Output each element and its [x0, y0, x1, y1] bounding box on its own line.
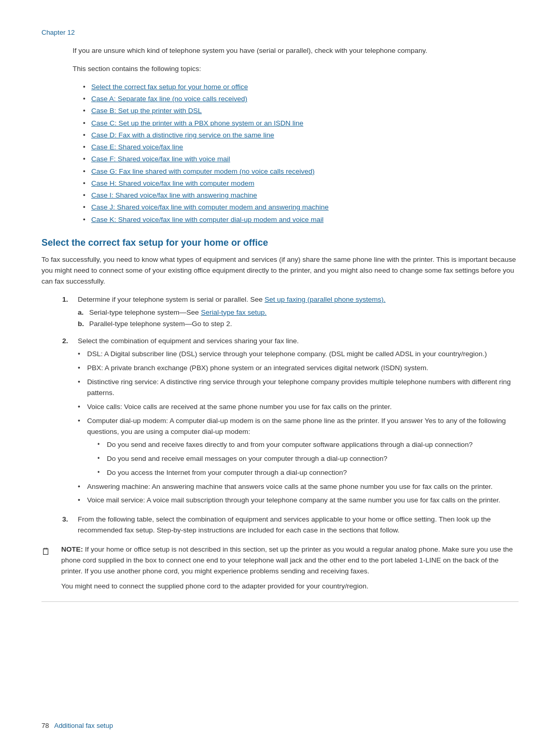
step-1-text: Determine if your telephone system is se…	[78, 296, 262, 303]
list-item: Case G: Fax line shared with computer mo…	[83, 166, 519, 177]
step-1: 1. Determine if your telephone system is…	[62, 294, 519, 331]
list-item: Case F: Shared voice/fax line with voice…	[83, 154, 519, 164]
toc-link-0[interactable]: Select the correct fax setup for your ho…	[91, 83, 248, 91]
intro-paragraph-1: If you are unsure which kind of telephon…	[73, 46, 519, 57]
toc-link-10[interactable]: Case J: Shared voice/fax line with compu…	[91, 203, 329, 211]
toc-list: Select the correct fax setup for your ho…	[83, 82, 519, 225]
step-2-num: 2.	[62, 336, 78, 509]
list-item: Do you send and receive faxes directly t…	[97, 440, 519, 451]
list-item: a. Serial-type telephone system—See Seri…	[78, 307, 519, 318]
step-3-content: From the following table, select the com…	[78, 514, 519, 536]
toc-link-3[interactable]: Case C: Set up the printer with a PBX ph…	[91, 119, 303, 127]
toc-link-6[interactable]: Case F: Shared voice/fax line with voice…	[91, 155, 230, 163]
bullet-voice-calls: Voice calls: Voice calls are received at…	[87, 403, 392, 411]
list-item: Do you send and receive email messages o…	[97, 454, 519, 465]
list-item: Case E: Shared voice/fax line	[83, 142, 519, 152]
toc-link-4[interactable]: Case D: Fax with a distinctive ring serv…	[91, 131, 274, 139]
list-item: PBX: A private branch exchange (PBX) pho…	[78, 363, 519, 374]
section-intro: To fax successfully, you need to know wh…	[41, 255, 519, 287]
note-paragraph2: You might need to connect the supplied p…	[61, 581, 519, 592]
page-footer: 78 Additional fax setup	[41, 722, 519, 729]
list-item: DSL: A Digital subscriber line (DSL) ser…	[78, 349, 519, 360]
list-item: Case J: Shared voice/fax line with compu…	[83, 202, 519, 213]
alpha-a-text: Serial-type telephone system—See Serial-…	[89, 307, 267, 318]
horizontal-divider	[41, 601, 519, 602]
toc-link-1[interactable]: Case A: Separate fax line (no voice call…	[91, 95, 247, 103]
list-item: Do you access the Internet from your com…	[97, 468, 519, 479]
alpha-b-label: b.	[78, 319, 89, 330]
list-item: Case C: Set up the printer with a PBX ph…	[83, 118, 519, 129]
toc-link-8[interactable]: Case H: Shared voice/fax line with compu…	[91, 179, 254, 187]
section-title: Select the correct fax setup for your ho…	[41, 237, 519, 248]
footer-page-number: 78	[41, 722, 49, 729]
step-1-sub-alpha: a. Serial-type telephone system—See Seri…	[78, 307, 519, 330]
intro-paragraph-2: This section contains the following topi…	[73, 64, 519, 75]
step-2-bullets: DSL: A Digital subscriber line (DSL) ser…	[78, 349, 519, 506]
step-3-text: From the following table, select the com…	[78, 515, 491, 534]
toc-link-11[interactable]: Case K: Shared voice/fax line with compu…	[91, 216, 324, 223]
list-item: Distinctive ring service: A distinctive …	[78, 377, 519, 399]
list-item: Case K: Shared voice/fax line with compu…	[83, 215, 519, 225]
list-item: Case D: Fax with a distinctive ring serv…	[83, 130, 519, 140]
list-item: Select the correct fax setup for your ho…	[83, 82, 519, 92]
step-1-content: Determine if your telephone system is se…	[78, 294, 519, 331]
list-item: Voice mail service: A voice mail subscri…	[78, 495, 519, 506]
step-2: 2. Select the combination of equipment a…	[62, 336, 519, 509]
chapter-label: Chapter 12	[41, 29, 519, 36]
bullet-distinctive-ring: Distinctive ring service: A distinctive …	[87, 378, 511, 397]
page: Chapter 12 If you are unsure which kind …	[0, 0, 560, 745]
list-item: b. Parallel-type telephone system—Go to …	[78, 319, 519, 330]
note-box: 🗒 NOTE: If your home or office setup is …	[41, 544, 519, 592]
footer-title: Additional fax setup	[54, 722, 113, 729]
list-item: Case A: Separate fax line (no voice call…	[83, 94, 519, 104]
step-3-num: 3.	[62, 514, 78, 536]
toc-link-9[interactable]: Case I: Shared voice/fax line with answe…	[91, 191, 257, 199]
toc-link-7[interactable]: Case G: Fax line shared with computer mo…	[91, 167, 315, 175]
list-item: Case I: Shared voice/fax line with answe…	[83, 190, 519, 201]
list-item: Voice calls: Voice calls are received at…	[78, 402, 519, 413]
step-3: 3. From the following table, select the …	[62, 514, 519, 536]
step-2-text: Select the combination of equipment and …	[78, 337, 299, 345]
bullet-pbx: PBX: A private branch exchange (PBX) pho…	[87, 364, 428, 372]
step-1-link[interactable]: Set up faxing (parallel phone systems).	[264, 296, 385, 303]
note-icon: 🗒	[41, 545, 58, 592]
step-2-content: Select the combination of equipment and …	[78, 336, 519, 509]
list-item: Case H: Shared voice/fax line with compu…	[83, 178, 519, 189]
note-text: If your home or office setup is not desc…	[61, 545, 513, 575]
bullet-voice-mail: Voice mail service: A voice mail subscri…	[87, 496, 500, 504]
toc-link-5[interactable]: Case E: Shared voice/fax line	[91, 143, 183, 151]
alpha-b-text: Parallel-type telephone system—Go to ste…	[89, 319, 232, 330]
step-1-num: 1.	[62, 294, 78, 331]
sub-sub-list: Do you send and receive faxes directly t…	[97, 440, 519, 479]
alpha-a-label: a.	[78, 307, 89, 318]
note-content: NOTE: If your home or office setup is no…	[61, 544, 519, 592]
steps-list: 1. Determine if your telephone system is…	[62, 294, 519, 537]
bullet-dsl: DSL: A Digital subscriber line (DSL) ser…	[87, 350, 487, 358]
serial-link[interactable]: Serial-type fax setup.	[201, 308, 267, 316]
list-item: Case B: Set up the printer with DSL	[83, 106, 519, 116]
bullet-computer-modem: Computer dial-up modem: A computer dial-…	[87, 417, 506, 435]
list-item: Answering machine: An answering machine …	[78, 482, 519, 493]
toc-link-2[interactable]: Case B: Set up the printer with DSL	[91, 107, 202, 115]
list-item: Computer dial-up modem: A computer dial-…	[78, 416, 519, 479]
note-prefix: NOTE:	[61, 545, 83, 553]
bullet-answering-machine: Answering machine: An answering machine …	[87, 483, 493, 490]
